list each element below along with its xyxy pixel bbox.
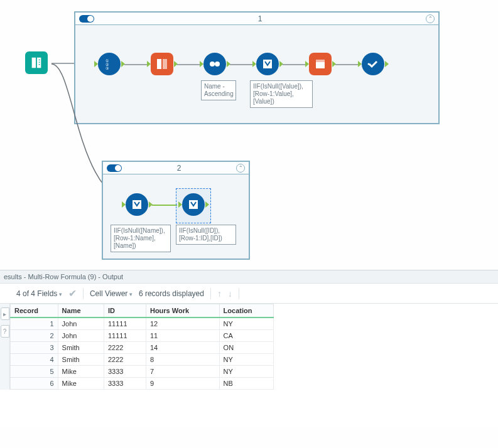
cell-name: Smith: [58, 342, 104, 354]
tool-container-1[interactable]: 1 ⌃ ①②③: [74, 11, 440, 124]
crosstab-tool[interactable]: [309, 53, 332, 75]
cell-id: 2222: [104, 354, 146, 366]
separator: [210, 288, 211, 299]
multirow-annotation-2a: IIF(IsNull([Name]),[Row-1:Name],[Name]): [111, 225, 171, 252]
multirow-annotation-2b: IIF(IsNull([ID]),[Row-1:ID],[ID]): [176, 225, 236, 245]
multirow-annotation: IIF(IsNull([Value]),[Row-1:Value],[Value…: [250, 80, 313, 108]
cell-hours: 7: [146, 366, 219, 378]
cell-location: ON: [219, 342, 273, 354]
results-panel: esults - Multi-Row Formula (9) - Output …: [0, 270, 498, 427]
side-tabs: ▸ ?: [0, 304, 10, 390]
side-tab-output[interactable]: ▸: [1, 307, 9, 320]
svg-rect-10: [263, 60, 272, 68]
connector: [230, 64, 255, 65]
separator: [239, 288, 239, 299]
connector: [177, 64, 202, 65]
results-title: esults - Multi-Row Formula (9) - Output: [0, 270, 498, 284]
sort-annotation: Name - Ascending: [201, 80, 236, 100]
svg-rect-12: [316, 60, 325, 62]
fields-dropdown[interactable]: 4 of 4 Fields: [16, 289, 62, 298]
svg-point-13: [368, 63, 370, 65]
multirow-icon: [261, 57, 274, 71]
record-id-tool[interactable]: ①②③: [98, 53, 121, 75]
cell-hours: 11: [146, 330, 219, 342]
records-count: 6 records displayed: [139, 289, 204, 298]
col-name[interactable]: Name: [58, 304, 104, 318]
col-hours[interactable]: Hours Work: [146, 304, 219, 318]
table-row[interactable]: 5Mike33337NY: [11, 366, 274, 378]
collapse-button[interactable]: ⌃: [426, 14, 435, 23]
nav-up-icon[interactable]: ↑: [217, 289, 222, 299]
col-record[interactable]: Record: [11, 304, 58, 318]
container-toggle[interactable]: [79, 15, 94, 23]
svg-rect-6: [157, 59, 161, 69]
multirow-formula-tool[interactable]: [256, 53, 279, 75]
cell-viewer-dropdown[interactable]: Cell Viewer: [90, 289, 133, 298]
cell-location: NB: [219, 378, 273, 390]
table-row[interactable]: 3Smith222214ON: [11, 342, 274, 354]
svg-text:③: ③: [106, 67, 109, 70]
container-header: 2 ⌃: [103, 162, 249, 174]
results-toolbar: 4 of 4 Fields ✔ Cell Viewer 6 records di…: [0, 284, 498, 304]
cell-name: Mike: [58, 366, 104, 378]
container-header: 1 ⌃: [75, 13, 438, 25]
cell-name: Mike: [58, 378, 104, 390]
apply-check-icon[interactable]: ✔: [68, 287, 77, 299]
cell-record: 4: [11, 354, 58, 366]
svg-point-0: [39, 60, 40, 61]
text-input-tool[interactable]: [25, 51, 48, 74]
workflow-canvas[interactable]: 1 ⌃ ①②③: [0, 0, 498, 270]
collapse-button[interactable]: ⌃: [236, 164, 245, 173]
multirow-icon: [187, 198, 200, 211]
col-id[interactable]: ID: [104, 304, 146, 318]
container-toggle[interactable]: [107, 164, 122, 172]
svg-rect-15: [189, 200, 198, 209]
cell-location: NY: [219, 354, 273, 366]
cell-record: 2: [11, 330, 58, 342]
connector: [124, 64, 149, 65]
results-tbody: 1John1111112NY2John1111111CA3Smith222214…: [11, 317, 274, 390]
svg-point-1: [39, 61, 40, 63]
col-location[interactable]: Location: [219, 304, 273, 318]
multirow-formula-tool-2a[interactable]: [126, 193, 148, 216]
cell-hours: 12: [146, 317, 219, 330]
nav-down-icon[interactable]: ↓: [228, 289, 232, 299]
table-row[interactable]: 2John1111111CA: [11, 330, 274, 342]
cell-hours: 14: [146, 342, 219, 354]
cell-record: 6: [11, 378, 58, 390]
cell-id: 11111: [104, 317, 146, 330]
table-row[interactable]: 6Mike33339NB: [11, 378, 274, 390]
cell-id: 11111: [104, 330, 146, 342]
crosstab-icon: [313, 57, 327, 71]
table-row[interactable]: 1John1111112NY: [11, 317, 274, 330]
connector: [335, 64, 360, 65]
cell-id: 2222: [104, 342, 146, 354]
cell-name: John: [58, 330, 104, 342]
separator: [83, 288, 84, 299]
check-icon: [366, 57, 380, 71]
multirow-icon: [130, 198, 144, 211]
container-title: 1: [94, 14, 426, 23]
svg-rect-7: [163, 59, 167, 69]
table-row[interactable]: 4Smith22228NY: [11, 354, 274, 366]
svg-point-9: [215, 61, 220, 67]
cell-name: Smith: [58, 354, 104, 366]
cell-location: CA: [219, 330, 273, 342]
results-table[interactable]: Record Name ID Hours Work Location 1John…: [10, 304, 274, 390]
container-title: 2: [122, 164, 236, 173]
cell-record: 3: [11, 342, 58, 354]
cell-id: 3333: [104, 378, 146, 390]
svg-point-2: [39, 64, 40, 65]
side-tab-help[interactable]: ?: [1, 325, 9, 338]
cell-hours: 8: [146, 354, 219, 366]
book-icon: [30, 56, 43, 70]
multirow-formula-tool-2b[interactable]: [182, 193, 205, 216]
cell-location: NY: [219, 366, 273, 378]
cell-name: John: [58, 317, 104, 330]
cell-id: 3333: [104, 366, 146, 378]
svg-rect-14: [133, 200, 141, 209]
sort-tool[interactable]: [203, 53, 226, 75]
select-tool[interactable]: [362, 53, 384, 75]
tool-container-2[interactable]: 2 ⌃ IIF(IsNull([Name]),[Row-1:Name],[Nam…: [102, 161, 250, 260]
transpose-tool[interactable]: [151, 53, 173, 75]
